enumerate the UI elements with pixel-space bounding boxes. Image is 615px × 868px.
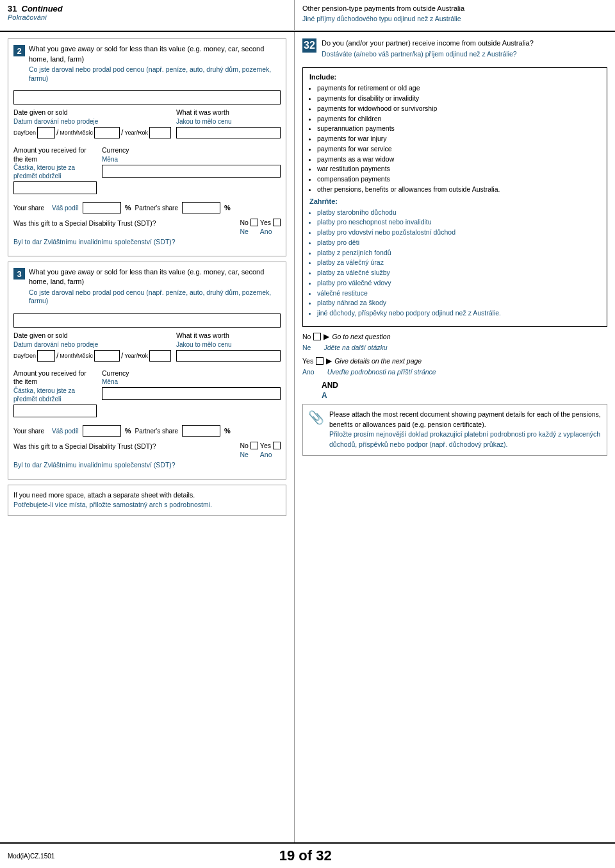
item2-month-label: Month/Měsíc — [60, 129, 93, 136]
item2-day-label: Day/Den — [13, 129, 36, 136]
note-en: If you need more space, attach a separat… — [13, 490, 281, 501]
item2-sdt-options: No Yes Ne Ano — [240, 219, 281, 235]
item3-number: 3 — [13, 268, 25, 280]
item2-share-row: Your share Váš podíl % Partner's share % — [13, 202, 281, 213]
yes-arrow: ▶ — [326, 356, 332, 365]
ne-row: Ne Jděte na další otázku — [302, 344, 607, 351]
item3-partners-share-label-en: Partner's share — [135, 428, 178, 435]
item3-your-share-input[interactable] — [83, 425, 121, 437]
zahrnte-title: Zahrňte: — [309, 197, 600, 205]
yes-row: Yes ▶ Give details on the next page — [302, 356, 607, 365]
item-2-block: 2 What you gave away or sold for less th… — [8, 38, 286, 256]
item2-your-share-input[interactable] — [83, 202, 121, 213]
item3-partners-share-input[interactable] — [182, 425, 220, 437]
item2-yes-label-cs: Ano — [260, 228, 272, 235]
item3-item-input[interactable] — [13, 313, 281, 328]
item2-month-input[interactable] — [94, 127, 120, 138]
item2-partners-share-label-en: Partner's share — [135, 204, 178, 212]
right-column: 32 Do you (and/or your partner) receive … — [295, 32, 615, 842]
continued-text: Continued — [22, 4, 63, 13]
attach-box: 📎 Please attach the most recent document… — [302, 404, 607, 456]
item3-currency-input[interactable] — [102, 387, 281, 400]
item2-day-input[interactable] — [37, 127, 55, 138]
attach-texts: Please attach the most recent document s… — [329, 410, 602, 450]
item2-sdt-cs: Byl to dar Zvláštnímu invalidnímu společ… — [13, 238, 281, 247]
item3-no-checkbox[interactable] — [250, 442, 258, 449]
item3-day-input[interactable] — [37, 350, 55, 362]
include-item-1: payments for retirement or old age — [317, 83, 600, 94]
item2-currency-input[interactable] — [102, 165, 281, 178]
footer-page: 19 of 32 — [279, 847, 332, 864]
include-item-4: payments for children — [317, 114, 600, 124]
item2-number: 2 — [13, 45, 25, 56]
item3-sdt-row: Was this gift to a Special Disability Tr… — [13, 442, 281, 458]
item3-worth-input[interactable] — [176, 350, 281, 362]
item2-worth-input[interactable] — [176, 127, 281, 138]
q32-number: 32 — [302, 38, 316, 53]
item3-amount-label-en: Amount you received for the item — [13, 369, 97, 387]
item3-date-section: Date given or sold Datum darování nebo p… — [13, 331, 171, 362]
zahrnte-item-3: platby pro vdovství nebo pozůstalostní d… — [317, 228, 600, 238]
no-row: No ▶ Go to next question — [302, 332, 607, 341]
item3-amount-input[interactable] — [13, 405, 97, 417]
item2-year-label: Year/Rok — [124, 129, 148, 136]
item3-date-label-en: Date given or sold — [13, 331, 171, 340]
no-arrow: ▶ — [324, 332, 329, 341]
item3-year-label: Year/Rok — [124, 353, 148, 359]
include-item-8: payments as a war widow — [317, 154, 600, 165]
item3-day-label: Day/Den — [13, 353, 36, 359]
item2-amount-input[interactable] — [13, 181, 97, 194]
yes-goto-en: Give details on the next page — [334, 357, 422, 365]
zahrnte-item-10: platby náhrad za škody — [317, 298, 600, 308]
item3-month-input[interactable] — [94, 350, 120, 362]
footer: Mod(iA)CZ.1501 19 of 32 — [0, 842, 615, 868]
no-label-en: No — [302, 333, 311, 340]
item3-sdt-options: No Yes Ne Ano — [240, 442, 281, 458]
item2-no-label-en: No — [240, 219, 248, 226]
note-box: If you need more space, attach a separat… — [8, 485, 286, 517]
zahrnte-item-11: jiné důchody, příspěvky nebo podpory odj… — [317, 308, 600, 319]
item3-sdt-text: Was this gift to a Special Disability Tr… — [13, 442, 234, 451]
item2-sdt-text: Was this gift to a Special Disability Tr… — [13, 219, 234, 228]
q32-question-cs: Dostáváte (a/nebo váš partner/ka) příjem… — [322, 50, 534, 59]
item3-currency-section: Currency Měna — [102, 369, 281, 421]
no-goto-en: Go to next question — [332, 333, 390, 340]
item3-partners-share-percent: % — [224, 427, 231, 435]
yes-checkbox[interactable] — [316, 357, 324, 365]
item2-year-input[interactable] — [149, 127, 171, 138]
item3-yes-checkbox[interactable] — [273, 442, 281, 449]
item2-amount-section: Amount you received for the item Částka,… — [13, 146, 97, 198]
item3-yes-label-cs: Ano — [260, 451, 272, 458]
item2-item-input[interactable] — [13, 90, 281, 104]
page-number: 31 — [8, 4, 17, 13]
zahrnte-item-5: platby z penzijních fondů — [317, 248, 600, 258]
no-checkbox[interactable] — [313, 333, 321, 340]
header-row: 31 Continued Pokračování Other pension-t… — [0, 0, 615, 31]
item2-sdt-row: Was this gift to a Special Disability Tr… — [13, 219, 281, 235]
item2-your-share-label-en: Your share — [13, 204, 44, 212]
item3-share-row: Your share Váš podíl % Partner's share % — [13, 425, 281, 437]
and-en: AND — [322, 381, 607, 390]
zahrnte-list: platby starobního důchodu platby pro nes… — [309, 208, 600, 319]
zahrnte-item-4: platby pro děti — [317, 238, 600, 248]
paperclip-icon: 📎 — [308, 410, 324, 425]
item2-no-label-cs: Ne — [240, 228, 248, 235]
item3-sdt-section: Was this gift to a Special Disability Tr… — [13, 442, 281, 470]
item3-no-label-en: No — [240, 442, 248, 449]
yes-label-cs: Ano — [302, 368, 315, 376]
zahrnte-item-7: platby za válečné služby — [317, 268, 600, 278]
item2-partners-share-input[interactable] — [182, 202, 220, 213]
item2-yes-checkbox[interactable] — [273, 219, 281, 226]
item2-amount-label-en: Amount you received for the item — [13, 146, 97, 163]
include-item-11: other pensions, benefits or allowances f… — [317, 185, 600, 195]
attach-text-cs: Přiložte prosím nejnovější doklad prokaz… — [329, 430, 602, 450]
item2-your-share-label-cs: Váš podíl — [52, 204, 79, 212]
item3-worth-label-cs: Jakou to mělo cenu — [176, 340, 281, 349]
q32-header: 32 Do you (and/or your partner) receive … — [302, 38, 607, 63]
item3-year-input[interactable] — [149, 350, 171, 362]
item2-amount-label-cs: Částka, kterou jste za předmět obdrželi — [13, 163, 97, 180]
item3-no-row: No Yes — [240, 442, 281, 449]
item3-worth-section: What it was worth Jakou to mělo cenu — [176, 331, 281, 365]
item2-your-share-percent: % — [125, 204, 131, 212]
item2-no-checkbox[interactable] — [250, 219, 258, 226]
